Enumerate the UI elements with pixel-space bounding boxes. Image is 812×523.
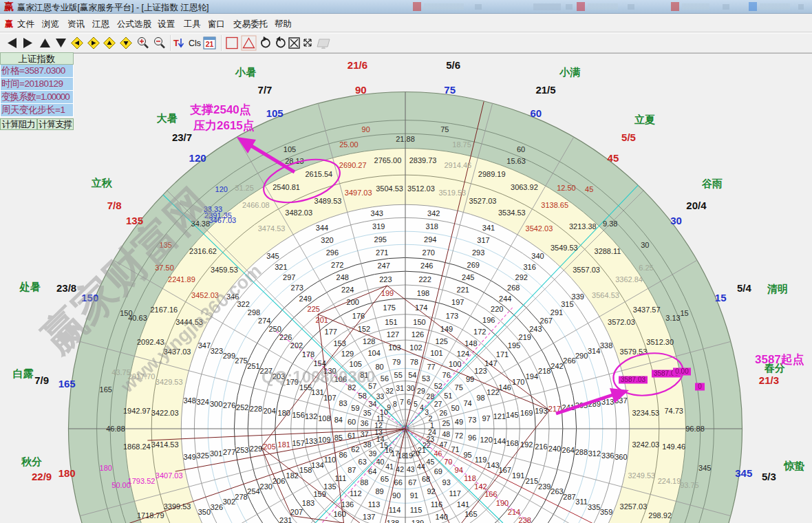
svg-text:2466.08: 2466.08	[242, 201, 270, 209]
svg-text:223: 223	[379, 275, 392, 284]
svg-text:96.88: 96.88	[685, 425, 705, 433]
svg-text:24: 24	[428, 428, 436, 436]
svg-text:96: 96	[468, 434, 476, 442]
svg-text:49: 49	[455, 418, 463, 426]
svg-text:242: 242	[551, 362, 563, 370]
svg-text:1718.79: 1718.79	[137, 511, 164, 520]
svg-text:立夏: 立夏	[634, 114, 655, 125]
svg-text:266: 266	[563, 356, 575, 365]
svg-text:165: 165	[100, 385, 112, 394]
svg-text:339: 339	[572, 292, 584, 301]
svg-text:60: 60	[348, 418, 356, 426]
svg-text:15: 15	[680, 309, 688, 317]
svg-text:2839.73: 2839.73	[409, 156, 437, 164]
svg-text:95: 95	[463, 451, 471, 459]
svg-text:171: 171	[496, 350, 509, 359]
svg-text:319: 319	[372, 222, 385, 231]
svg-text:2914.46: 2914.46	[444, 161, 471, 169]
svg-text:92: 92	[427, 487, 435, 495]
svg-text:315: 315	[561, 300, 573, 308]
svg-text:150: 150	[120, 309, 132, 317]
svg-text:3.13: 3.13	[665, 314, 680, 322]
svg-text:226: 226	[279, 333, 292, 341]
svg-text:299: 299	[223, 352, 235, 360]
svg-text:59: 59	[351, 404, 359, 412]
svg-text:85: 85	[334, 434, 343, 442]
svg-text:2241.89: 2241.89	[168, 275, 195, 284]
svg-text:27: 27	[434, 400, 442, 408]
svg-text:93.75: 93.75	[680, 481, 699, 489]
svg-text:177: 177	[325, 328, 337, 336]
svg-text:156: 156	[292, 411, 304, 419]
svg-text:103: 103	[388, 343, 400, 352]
svg-text:253: 253	[236, 446, 248, 454]
svg-text:190: 190	[496, 499, 509, 507]
svg-text:147: 147	[484, 359, 497, 367]
svg-text:345: 345	[735, 467, 752, 479]
svg-text:205: 205	[263, 442, 275, 451]
svg-text:3437.57: 3437.57	[633, 306, 661, 314]
svg-text:23/7: 23/7	[172, 131, 192, 143]
svg-text:129: 129	[341, 350, 354, 358]
svg-text:111: 111	[335, 474, 347, 482]
svg-text:3564.53: 3564.53	[592, 291, 619, 299]
svg-text:110: 110	[324, 456, 336, 464]
svg-text:45: 45	[427, 458, 435, 466]
svg-text:294: 294	[424, 235, 436, 244]
svg-text:298: 298	[248, 308, 260, 317]
svg-text:320: 320	[321, 236, 333, 244]
svg-text:297: 297	[283, 273, 295, 281]
svg-text:15: 15	[715, 292, 727, 303]
svg-text:90: 90	[362, 125, 370, 134]
svg-text:122: 122	[487, 388, 499, 396]
svg-text:21/6: 21/6	[348, 59, 367, 71]
svg-text:115: 115	[410, 506, 423, 514]
svg-text:293: 293	[472, 248, 484, 257]
svg-text:295: 295	[374, 235, 387, 244]
svg-text:127: 127	[387, 330, 399, 339]
svg-text:2167.16: 2167.16	[150, 306, 178, 314]
svg-text:153: 153	[333, 339, 345, 348]
svg-text:347: 347	[198, 341, 211, 350]
svg-text:143: 143	[487, 461, 499, 469]
svg-text:69: 69	[434, 467, 442, 476]
svg-text:76: 76	[442, 371, 451, 379]
svg-text:142: 142	[474, 482, 487, 491]
svg-text:30: 30	[641, 241, 649, 249]
svg-text:290: 290	[575, 352, 588, 360]
svg-text:220: 220	[491, 305, 503, 313]
svg-text:191: 191	[512, 471, 524, 480]
svg-text:5/3: 5/3	[762, 471, 776, 482]
svg-text:287: 287	[563, 493, 575, 501]
svg-text:47: 47	[439, 440, 447, 449]
svg-text:7/7: 7/7	[258, 84, 273, 96]
svg-text:263: 263	[551, 487, 563, 495]
svg-text:116: 116	[431, 500, 443, 509]
svg-text:3242.03: 3242.03	[632, 440, 659, 449]
svg-text:340: 340	[531, 252, 544, 260]
svg-text:79: 79	[392, 358, 400, 366]
svg-text:50.00: 50.00	[111, 481, 131, 489]
svg-text:2690.27: 2690.27	[339, 161, 367, 169]
svg-text:298.92: 298.92	[648, 511, 672, 520]
svg-text:处暑: 处暑	[19, 281, 41, 292]
svg-text:89: 89	[375, 487, 383, 495]
svg-text:74.73: 74.73	[664, 407, 683, 415]
svg-text:45: 45	[608, 152, 619, 164]
svg-text:22/9: 22/9	[32, 471, 52, 482]
svg-text:206: 206	[273, 477, 285, 485]
svg-text:5/5: 5/5	[621, 131, 636, 143]
svg-text:316: 316	[523, 263, 535, 271]
svg-text:321: 321	[275, 263, 287, 271]
svg-text:32: 32	[385, 387, 394, 395]
svg-text:136: 136	[341, 500, 354, 509]
svg-text:225: 225	[308, 305, 320, 313]
svg-text:157: 157	[292, 439, 304, 447]
svg-text:0.00: 0.00	[675, 367, 689, 375]
svg-text:3: 3	[425, 408, 429, 416]
svg-text:268: 268	[507, 284, 520, 292]
svg-text:40: 40	[376, 458, 385, 466]
svg-text:37: 37	[361, 430, 369, 438]
svg-text:77: 77	[427, 363, 435, 371]
svg-text:198: 198	[417, 289, 429, 297]
